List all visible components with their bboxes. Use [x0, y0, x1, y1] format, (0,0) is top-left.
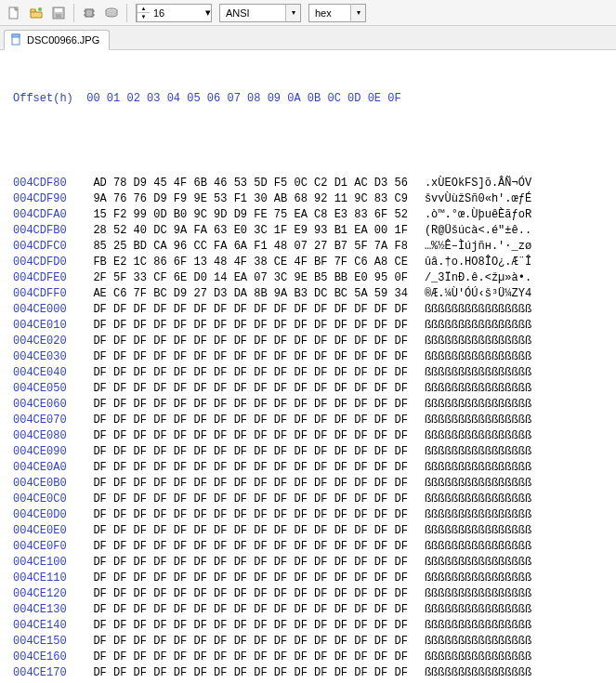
- row-ascii[interactable]: ßßßßßßßßßßßßßßßß: [425, 413, 531, 428]
- hex-row[interactable]: 004CE100 DF DF DF DF DF DF DF DF DF DF D…: [13, 555, 607, 571]
- row-ascii[interactable]: ßßßßßßßßßßßßßßßß: [425, 634, 531, 650]
- hex-row[interactable]: 004CE010 DF DF DF DF DF DF DF DF DF DF D…: [13, 318, 607, 334]
- row-ascii[interactable]: /_3ÏnÐ.ê.<žµ»à•.: [425, 270, 531, 286]
- row-ascii[interactable]: (R@Üšúcà<.é"±ê..: [425, 223, 531, 239]
- hex-row[interactable]: 004CE0B0 DF DF DF DF DF DF DF DF DF DF D…: [13, 476, 607, 492]
- hex-row[interactable]: 004CE060 DF DF DF DF DF DF DF DF DF DF D…: [13, 397, 607, 413]
- hex-row[interactable]: 004CDFE0 2F 5F 33 CF 6E D0 14 EA 07 3C 9…: [13, 270, 607, 286]
- row-hex[interactable]: 2F 5F 33 CF 6E D0 14 EA 07 3C 9E B5 BB E…: [93, 270, 407, 286]
- row-ascii[interactable]: ßßßßßßßßßßßßßßßß: [425, 586, 531, 602]
- row-hex[interactable]: DF DF DF DF DF DF DF DF DF DF DF DF DF D…: [93, 318, 407, 334]
- row-ascii[interactable]: ßßßßßßßßßßßßßßßß: [425, 618, 531, 634]
- row-ascii[interactable]: ßßßßßßßßßßßßßßßß: [425, 318, 531, 334]
- chip-button[interactable]: [79, 3, 99, 23]
- chevron-down-icon[interactable]: ▾: [285, 5, 300, 21]
- chevron-down-icon[interactable]: ▾: [350, 5, 365, 21]
- row-hex[interactable]: DF DF DF DF DF DF DF DF DF DF DF DF DF D…: [93, 413, 407, 428]
- new-button[interactable]: [4, 3, 24, 23]
- row-ascii[interactable]: ßßßßßßßßßßßßßßßß: [425, 397, 531, 413]
- file-tab[interactable]: DSC00966.JPG: [4, 30, 110, 50]
- hex-row[interactable]: 004CDFD0 FB E2 1C 86 6F 13 48 4F 38 CE 4…: [13, 255, 607, 270]
- row-hex[interactable]: DF DF DF DF DF DF DF DF DF DF DF DF DF D…: [93, 539, 407, 555]
- row-hex[interactable]: DF DF DF DF DF DF DF DF DF DF DF DF DF D…: [93, 397, 407, 413]
- row-ascii[interactable]: ûâ.†o.HO8ÎO¿.Æ¨Î: [425, 255, 531, 270]
- encoding-combo[interactable]: ANSI ▾: [219, 4, 301, 22]
- hex-row[interactable]: 004CE170 DF DF DF DF DF DF DF DF DF DF D…: [13, 665, 607, 681]
- disk-button[interactable]: [101, 3, 122, 23]
- hex-row[interactable]: 004CE050 DF DF DF DF DF DF DF DF DF DF D…: [13, 381, 607, 397]
- bytes-per-row-input[interactable]: [150, 5, 205, 21]
- row-hex[interactable]: AD 78 D9 45 4F 6B 46 53 5D F5 0C C2 D1 A…: [93, 176, 407, 191]
- hex-view[interactable]: Offset(h) 00 01 02 03 04 05 06 07 08 09 …: [0, 50, 616, 683]
- row-ascii[interactable]: ßßßßßßßßßßßßßßßß: [425, 602, 531, 618]
- hex-row[interactable]: 004CE0E0 DF DF DF DF DF DF DF DF DF DF D…: [13, 523, 607, 539]
- row-hex[interactable]: DF DF DF DF DF DF DF DF DF DF DF DF DF D…: [93, 618, 407, 634]
- row-ascii[interactable]: ßßßßßßßßßßßßßßßß: [425, 539, 531, 555]
- step-up-icon[interactable]: ▲: [138, 5, 150, 13]
- hex-row[interactable]: 004CE150 DF DF DF DF DF DF DF DF DF DF D…: [13, 634, 607, 650]
- row-ascii[interactable]: ßßßßßßßßßßßßßßßß: [425, 492, 531, 507]
- row-hex[interactable]: DF DF DF DF DF DF DF DF DF DF DF DF DF D…: [93, 381, 407, 397]
- row-hex[interactable]: DF DF DF DF DF DF DF DF DF DF DF DF DF D…: [93, 476, 407, 492]
- row-ascii[interactable]: ßßßßßßßßßßßßßßßß: [425, 476, 531, 492]
- row-hex[interactable]: DF DF DF DF DF DF DF DF DF DF DF DF DF D…: [93, 523, 407, 539]
- hex-row[interactable]: 004CE0A0 DF DF DF DF DF DF DF DF DF DF D…: [13, 460, 607, 476]
- save-button[interactable]: [48, 3, 69, 23]
- hex-row[interactable]: 004CE0D0 DF DF DF DF DF DF DF DF DF DF D…: [13, 507, 607, 523]
- hex-row[interactable]: 004CE070 DF DF DF DF DF DF DF DF DF DF D…: [13, 413, 607, 428]
- row-hex[interactable]: DF DF DF DF DF DF DF DF DF DF DF DF DF D…: [93, 302, 407, 318]
- row-ascii[interactable]: švvÙùžSñ0«h'.œƒÉ: [425, 191, 531, 207]
- row-ascii[interactable]: ßßßßßßßßßßßßßßßß: [425, 571, 531, 586]
- hex-row[interactable]: 004CE110 DF DF DF DF DF DF DF DF DF DF D…: [13, 571, 607, 586]
- row-hex[interactable]: DF DF DF DF DF DF DF DF DF DF DF DF DF D…: [93, 555, 407, 571]
- row-hex[interactable]: DF DF DF DF DF DF DF DF DF DF DF DF DF D…: [93, 444, 407, 460]
- hex-row[interactable]: 004CDF90 9A 76 76 D9 F9 9E 53 F1 30 AB 6…: [13, 191, 607, 207]
- row-ascii[interactable]: ßßßßßßßßßßßßßßßß: [425, 460, 531, 476]
- row-hex[interactable]: 15 F2 99 0D B0 9C 9D D9 FE 75 EA C8 E3 8…: [93, 207, 407, 223]
- row-hex[interactable]: DF DF DF DF DF DF DF DF DF DF DF DF DF D…: [93, 571, 407, 586]
- row-ascii[interactable]: ßßßßßßßßßßßßßßßß: [425, 555, 531, 571]
- hex-row[interactable]: 004CDFB0 28 52 40 DC 9A FA 63 E0 3C 1F E…: [13, 223, 607, 239]
- row-ascii[interactable]: ßßßßßßßßßßßßßßßß: [425, 302, 531, 318]
- hex-row[interactable]: 004CE120 DF DF DF DF DF DF DF DF DF DF D…: [13, 586, 607, 602]
- open-button[interactable]: [26, 3, 46, 23]
- row-ascii[interactable]: ßßßßßßßßßßßßßßßß: [425, 349, 531, 365]
- hex-row[interactable]: 004CE160 DF DF DF DF DF DF DF DF DF DF D…: [13, 650, 607, 665]
- row-hex[interactable]: DF DF DF DF DF DF DF DF DF DF DF DF DF D…: [93, 507, 407, 523]
- hex-row[interactable]: 004CDFC0 85 25 BD CA 96 CC FA 6A F1 48 0…: [13, 239, 607, 255]
- row-ascii[interactable]: .ò™.°œ.ÙþuêÈãƒoR: [425, 207, 531, 223]
- row-hex[interactable]: DF DF DF DF DF DF DF DF DF DF DF DF DF D…: [93, 334, 407, 349]
- row-hex[interactable]: DF DF DF DF DF DF DF DF DF DF DF DF DF D…: [93, 650, 407, 665]
- hex-row[interactable]: 004CE030 DF DF DF DF DF DF DF DF DF DF D…: [13, 349, 607, 365]
- row-ascii[interactable]: ßßßßßßßßßßßßßßßß: [425, 444, 531, 460]
- row-hex[interactable]: DF DF DF DF DF DF DF DF DF DF DF DF DF D…: [93, 634, 407, 650]
- hex-row[interactable]: 004CE130 DF DF DF DF DF DF DF DF DF DF D…: [13, 602, 607, 618]
- row-ascii[interactable]: ßßßßßßßßßßßßßßßß: [425, 381, 531, 397]
- hex-row[interactable]: 004CE000 DF DF DF DF DF DF DF DF DF DF D…: [13, 302, 607, 318]
- hex-row[interactable]: 004CE080 DF DF DF DF DF DF DF DF DF DF D…: [13, 428, 607, 444]
- row-hex[interactable]: DF DF DF DF DF DF DF DF DF DF DF DF DF D…: [93, 492, 407, 507]
- row-hex[interactable]: 28 52 40 DC 9A FA 63 E0 3C 1F E9 93 B1 E…: [93, 223, 407, 239]
- hex-row[interactable]: 004CE0C0 DF DF DF DF DF DF DF DF DF DF D…: [13, 492, 607, 507]
- hex-row[interactable]: 004CE0F0 DF DF DF DF DF DF DF DF DF DF D…: [13, 539, 607, 555]
- hex-row[interactable]: 004CE140 DF DF DF DF DF DF DF DF DF DF D…: [13, 618, 607, 634]
- hex-row[interactable]: 004CDF80 AD 78 D9 45 4F 6B 46 53 5D F5 0…: [13, 176, 607, 191]
- row-ascii[interactable]: ßßßßßßßßßßßßßßßß: [425, 523, 531, 539]
- row-hex[interactable]: DF DF DF DF DF DF DF DF DF DF DF DF DF D…: [93, 602, 407, 618]
- row-hex[interactable]: DF DF DF DF DF DF DF DF DF DF DF DF DF D…: [93, 586, 407, 602]
- hex-row[interactable]: 004CDFA0 15 F2 99 0D B0 9C 9D D9 FE 75 E…: [13, 207, 607, 223]
- hex-row[interactable]: 004CDFF0 AE C6 7F BC D9 27 D3 DA 8B 9A B…: [13, 286, 607, 302]
- row-ascii[interactable]: ßßßßßßßßßßßßßßßß: [425, 428, 531, 444]
- row-ascii[interactable]: …%½Ê–Ìújñн.'·_zø: [425, 239, 531, 255]
- row-ascii[interactable]: .xÙEOkFS]õ.ÂÑ¬ÓV: [425, 176, 531, 191]
- row-hex[interactable]: 9A 76 76 D9 F9 9E 53 F1 30 AB 68 92 11 9…: [93, 191, 407, 207]
- step-down-icon[interactable]: ▼: [138, 13, 150, 21]
- hex-row[interactable]: 004CE020 DF DF DF DF DF DF DF DF DF DF D…: [13, 334, 607, 349]
- row-hex[interactable]: DF DF DF DF DF DF DF DF DF DF DF DF DF D…: [93, 428, 407, 444]
- row-ascii[interactable]: ßßßßßßßßßßßßßßßß: [425, 507, 531, 523]
- row-hex[interactable]: FB E2 1C 86 6F 13 48 4F 38 CE 4F BF 7F C…: [93, 255, 407, 270]
- hex-row[interactable]: 004CE090 DF DF DF DF DF DF DF DF DF DF D…: [13, 444, 607, 460]
- row-ascii[interactable]: ßßßßßßßßßßßßßßßß: [425, 665, 531, 681]
- row-hex[interactable]: DF DF DF DF DF DF DF DF DF DF DF DF DF D…: [93, 349, 407, 365]
- row-hex[interactable]: AE C6 7F BC D9 27 D3 DA 8B 9A B3 DC BC 5…: [93, 286, 407, 302]
